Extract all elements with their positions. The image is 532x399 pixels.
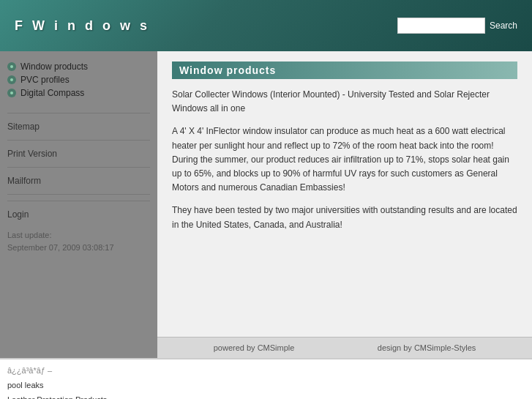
footer: powered by CMSimple design by CMSimple-S…	[157, 337, 532, 358]
header: F W i n d o w s Search	[0, 0, 532, 51]
sidebar-divider-3	[7, 167, 150, 168]
search-button[interactable]: Search	[490, 20, 517, 31]
bottom-bar-line1: â¿¿â³â*âƒ –	[7, 364, 525, 379]
content-inner: Window products Solar Collecter Windows …	[157, 51, 532, 337]
content-area: Window products Solar Collecter Windows …	[157, 51, 532, 358]
sidebar-item-label: Window products	[20, 61, 88, 72]
sidebar-link-login[interactable]: Login	[7, 207, 150, 222]
content-title: Window products	[172, 61, 517, 79]
sidebar-nav: Window products PVC profiles Digital Com…	[7, 60, 150, 100]
last-update: Last update: September 07, 2009 03:08:17	[7, 229, 150, 253]
footer-left: powered by CMSimple	[214, 343, 295, 352]
sidebar-link-mailform[interactable]: Mailform	[7, 174, 150, 188]
bullet-icon-window-products	[7, 62, 16, 71]
bullet-icon-pvc-profiles	[7, 75, 16, 84]
bottom-bar-line2[interactable]: pool leaks	[7, 379, 525, 393]
sidebar-link-print[interactable]: Print Version	[7, 146, 150, 161]
sidebar-item-label: PVC profiles	[20, 75, 70, 85]
search-area: Search	[397, 18, 517, 34]
sidebar-divider-4	[7, 194, 150, 195]
last-update-label: Last update:	[7, 231, 52, 239]
sidebar-item-window-products[interactable]: Window products	[7, 60, 150, 73]
footer-right: design by CMSimple-Styles	[378, 343, 476, 352]
main-wrapper: Window products PVC profiles Digital Com…	[0, 51, 532, 358]
sidebar-item-label: Digital Compass	[20, 88, 84, 98]
bullet-icon-digital-compass	[7, 89, 16, 97]
content-paragraph-3: They have been tested by two major unive…	[172, 204, 517, 231]
sidebar-divider-2	[7, 140, 150, 141]
sidebar-item-digital-compass[interactable]: Digital Compass	[7, 86, 150, 100]
sidebar: Window products PVC profiles Digital Com…	[0, 51, 157, 358]
sidebar-item-pvc-profiles[interactable]: PVC profiles	[7, 73, 150, 86]
content-body: Solar Collecter Windows (Interior Mounte…	[172, 88, 517, 232]
bottom-bar-line3[interactable]: Leather Protection Products	[7, 393, 525, 399]
content-paragraph-1: Solar Collecter Windows (Interior Mounte…	[172, 88, 517, 116]
sidebar-divider-1	[7, 113, 150, 113]
bottom-bar: â¿¿â³â*âƒ – pool leaks Leather Protectio…	[0, 358, 532, 399]
sidebar-link-sitemap[interactable]: Sitemap	[7, 119, 150, 134]
sidebar-divider-5	[7, 201, 150, 201]
content-paragraph-2: A 4' X 4' InFlector window insulator can…	[172, 124, 517, 195]
search-input[interactable]	[397, 18, 485, 34]
last-update-value: September 07, 2009 03:08:17	[7, 243, 114, 252]
site-title: F W i n d o w s	[15, 18, 150, 34]
